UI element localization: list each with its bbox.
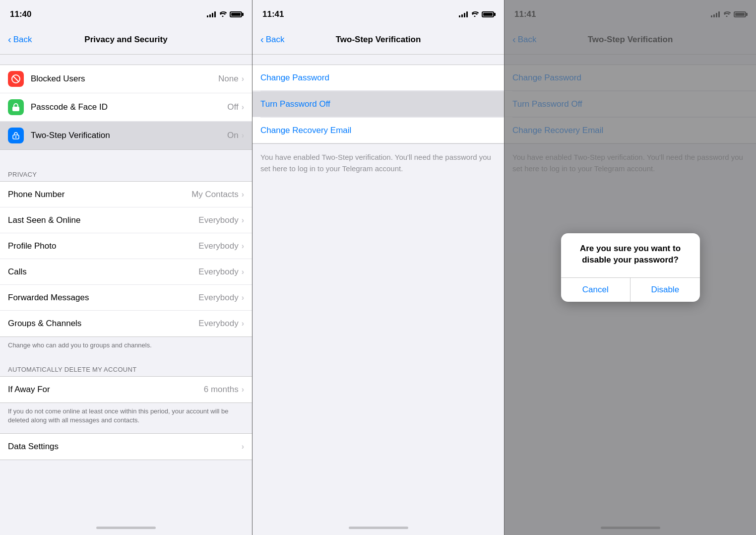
dialog-buttons: Cancel Disable [561, 277, 700, 302]
if-away-label: If Away For [8, 385, 204, 395]
groups-channels-value: Everybody [198, 319, 238, 329]
phone-number-item[interactable]: Phone Number My Contacts › [0, 182, 252, 207]
change-recovery-email-label-2: Change Recovery Email [260, 126, 351, 135]
passcode-icon [8, 99, 24, 115]
signal-icon-2 [459, 11, 468, 17]
change-recovery-email-item-2[interactable]: Change Recovery Email [252, 118, 504, 143]
page-title-2: Two-Step Verification [336, 35, 421, 45]
two-step-chevron: › [242, 131, 244, 140]
battery-icon-1 [230, 11, 242, 17]
phone-number-label: Phone Number [8, 190, 191, 200]
calls-item[interactable]: Calls Everybody › [0, 259, 252, 285]
data-settings-label: Data Settings [8, 442, 242, 452]
passcode-chevron: › [242, 103, 244, 112]
auto-delete-section: AUTOMATICALLY DELETE MY ACCOUNT If Away … [0, 358, 252, 433]
nav-bar-1: ‹ Back Privacy and Security [0, 25, 252, 55]
calls-label: Calls [8, 267, 198, 277]
tsv-menu-group-2: Change Password Turn Password Off Change… [252, 65, 504, 144]
phone-3: 11:41 ‹ Back T [504, 0, 756, 535]
status-time-1: 11:40 [10, 9, 31, 19]
privacy-footer: Change who can add you to groups and cha… [0, 337, 252, 358]
back-label-2: Back [266, 35, 285, 45]
two-step-item[interactable]: Two-Step Verification On › [0, 122, 252, 149]
phone-2: 11:41 ‹ Back T [252, 0, 504, 535]
blocked-users-label: Blocked Users [31, 74, 218, 84]
auto-delete-group: If Away For 6 months › [0, 376, 252, 403]
forwarded-messages-label: Forwarded Messages [8, 293, 198, 303]
two-step-icon [8, 128, 24, 143]
back-label-1: Back [13, 35, 32, 45]
profile-photo-item[interactable]: Profile Photo Everybody › [0, 233, 252, 259]
status-bar-1: 11:40 [0, 0, 252, 25]
status-icons-2 [459, 11, 494, 18]
battery-icon-2 [482, 11, 494, 17]
privacy-section: PRIVACY Phone Number My Contacts › Last … [0, 163, 252, 358]
change-password-label-2: Change Password [260, 73, 329, 83]
profile-photo-label: Profile Photo [8, 241, 198, 251]
back-chevron-1: ‹ [8, 34, 11, 45]
phone-number-value: My Contacts [191, 190, 238, 200]
dialog-content: Are you sure you want to disable your pa… [561, 233, 700, 277]
back-button-1[interactable]: ‹ Back [8, 34, 32, 45]
cancel-button[interactable]: Cancel [561, 278, 630, 302]
dialog-overlay: Are you sure you want to disable your pa… [504, 0, 756, 535]
auto-delete-header: AUTOMATICALLY DELETE MY ACCOUNT [0, 358, 252, 376]
passcode-label: Passcode & Face ID [31, 102, 227, 112]
last-seen-item[interactable]: Last Seen & Online Everybody › [0, 207, 252, 233]
passcode-item[interactable]: Passcode & Face ID Off › [0, 93, 252, 122]
blocked-users-value: None [218, 74, 239, 84]
blocked-users-item[interactable]: Blocked Users None › [0, 65, 252, 93]
status-bar-2: 11:41 [252, 0, 504, 25]
groups-channels-item[interactable]: Groups & Channels Everybody › [0, 311, 252, 336]
blocked-users-chevron: › [242, 74, 244, 83]
content-1: Blocked Users None › Passcode & Face ID … [0, 55, 252, 520]
back-chevron-2: ‹ [260, 34, 264, 45]
last-seen-value: Everybody [198, 215, 238, 225]
svg-line-1 [13, 76, 19, 82]
data-settings-item[interactable]: Data Settings › [0, 434, 252, 460]
data-settings-group: Data Settings › [0, 433, 252, 460]
turn-password-off-item-2[interactable]: Turn Password Off [252, 91, 504, 117]
if-away-for-item[interactable]: If Away For 6 months › [0, 377, 252, 402]
privacy-group: Phone Number My Contacts › Last Seen & O… [0, 181, 252, 337]
disable-button[interactable]: Disable [630, 278, 700, 302]
home-bar-2 [349, 527, 408, 529]
two-step-label: Two-Step Verification [31, 131, 227, 140]
groups-channels-label: Groups & Channels [8, 319, 198, 329]
two-step-value: On [227, 131, 239, 140]
top-settings-group: Blocked Users None › Passcode & Face ID … [0, 65, 252, 150]
home-indicator-1 [0, 520, 252, 535]
forwarded-messages-item[interactable]: Forwarded Messages Everybody › [0, 285, 252, 311]
back-button-2[interactable]: ‹ Back [260, 34, 284, 45]
turn-password-off-label-2: Turn Password Off [260, 99, 330, 109]
if-away-value: 6 months [204, 385, 239, 395]
profile-photo-value: Everybody [198, 241, 238, 251]
confirm-dialog: Are you sure you want to disable your pa… [561, 233, 700, 301]
status-icons-1 [207, 11, 242, 18]
svg-point-4 [15, 136, 17, 138]
dialog-title: Are you sure you want to disable your pa… [569, 243, 692, 265]
status-time-2: 11:41 [262, 9, 284, 19]
signal-icon-1 [207, 11, 216, 17]
blocked-users-icon [8, 71, 24, 87]
tsv-description-2: You have enabled Two-Step verification. … [252, 144, 504, 182]
passcode-value: Off [227, 102, 238, 112]
wifi-icon-2 [471, 11, 479, 18]
phone-1: 11:40 ‹ Back P [0, 0, 252, 535]
wifi-icon-1 [219, 11, 227, 18]
content-2: Change Password Turn Password Off Change… [252, 55, 504, 520]
page-title-1: Privacy and Security [84, 35, 167, 45]
home-indicator-2 [252, 520, 504, 535]
last-seen-label: Last Seen & Online [8, 215, 198, 225]
home-bar-1 [96, 527, 156, 529]
change-password-item-2[interactable]: Change Password [252, 65, 504, 91]
calls-value: Everybody [198, 267, 238, 277]
svg-rect-2 [12, 107, 19, 111]
nav-bar-2: ‹ Back Two-Step Verification [252, 25, 504, 55]
forwarded-messages-value: Everybody [198, 293, 238, 303]
privacy-header: PRIVACY [0, 163, 252, 181]
auto-delete-footer: If you do not come online at least once … [0, 403, 252, 433]
